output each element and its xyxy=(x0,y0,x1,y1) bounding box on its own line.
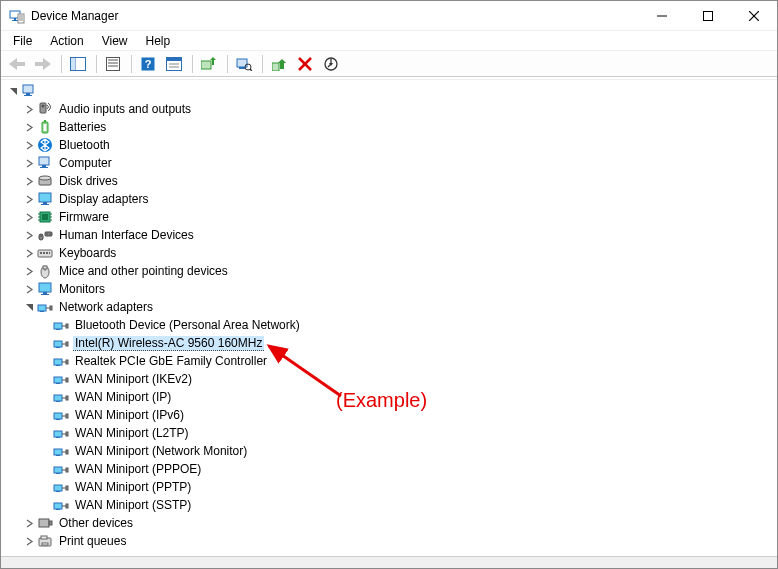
device-list-button[interactable] xyxy=(162,53,186,75)
svg-rect-8 xyxy=(704,11,713,20)
status-bar xyxy=(1,556,777,568)
svg-rect-78 xyxy=(54,323,62,329)
update-driver-button[interactable] xyxy=(197,53,221,75)
toolbar: ? xyxy=(1,51,777,77)
tree-category[interactable]: Bluetooth xyxy=(1,136,777,154)
chevron-right-icon[interactable] xyxy=(21,101,37,117)
svg-rect-64 xyxy=(40,252,42,254)
svg-rect-97 xyxy=(66,396,68,400)
chevron-right-icon[interactable] xyxy=(21,227,37,243)
chevron-down-icon[interactable] xyxy=(5,83,21,99)
svg-rect-89 xyxy=(66,360,68,364)
chevron-right-icon[interactable] xyxy=(21,263,37,279)
chevron-right-icon[interactable] xyxy=(21,245,37,261)
category-icon xyxy=(37,101,53,117)
close-button[interactable] xyxy=(731,1,777,31)
svg-rect-115 xyxy=(56,491,60,492)
category-icon xyxy=(37,263,53,279)
svg-rect-79 xyxy=(56,329,60,330)
chevron-right-icon[interactable] xyxy=(21,173,37,189)
menu-view[interactable]: View xyxy=(94,32,136,50)
svg-rect-21 xyxy=(167,58,181,61)
device-label: WAN Miniport (L2TP) xyxy=(73,426,191,440)
tree-device[interactable]: WAN Miniport (PPPOE) xyxy=(1,460,777,478)
chevron-right-icon[interactable] xyxy=(21,515,37,531)
svg-rect-34 xyxy=(26,93,30,95)
chevron-right-icon[interactable] xyxy=(21,209,37,225)
chevron-right-icon[interactable] xyxy=(21,137,37,153)
tree-device[interactable]: WAN Miniport (IKEv2) xyxy=(1,370,777,388)
chevron-down-icon[interactable] xyxy=(21,299,37,315)
maximize-button[interactable] xyxy=(685,1,731,31)
back-button[interactable] xyxy=(5,53,29,75)
tree-device[interactable]: WAN Miniport (SSTP) xyxy=(1,496,777,514)
device-label: WAN Miniport (PPPOE) xyxy=(73,462,203,476)
svg-rect-13 xyxy=(71,58,75,70)
tree-category[interactable]: Audio inputs and outputs xyxy=(1,100,777,118)
chevron-right-icon[interactable] xyxy=(21,155,37,171)
tree-device[interactable]: Intel(R) Wireless-AC 9560 160MHz xyxy=(1,334,777,352)
menu-help[interactable]: Help xyxy=(138,32,179,50)
network-adapter-icon xyxy=(53,335,69,351)
forward-button[interactable] xyxy=(31,53,55,75)
tree-device[interactable]: WAN Miniport (IPv6) xyxy=(1,406,777,424)
menu-action[interactable]: Action xyxy=(42,32,91,50)
tree-device[interactable]: Bluetooth Device (Personal Area Network) xyxy=(1,316,777,334)
tree-category[interactable]: Display adapters xyxy=(1,190,777,208)
device-label: Realtek PCIe GbE Family Controller xyxy=(73,354,269,368)
category-icon xyxy=(37,515,53,531)
svg-rect-60 xyxy=(45,232,52,236)
properties-button[interactable] xyxy=(101,53,125,75)
category-label: Computer xyxy=(57,156,114,170)
scan-hardware-button[interactable] xyxy=(232,53,256,75)
svg-rect-1 xyxy=(14,18,16,20)
network-adapter-icon xyxy=(53,317,69,333)
tree-category[interactable]: Computer xyxy=(1,154,777,172)
chevron-right-icon[interactable] xyxy=(21,533,37,549)
tree-device[interactable]: WAN Miniport (PPTP) xyxy=(1,478,777,496)
tree-category[interactable]: Disk drives xyxy=(1,172,777,190)
enable-device-button[interactable] xyxy=(267,53,291,75)
tree-category[interactable]: Monitors xyxy=(1,280,777,298)
category-icon xyxy=(37,173,53,189)
tree-category[interactable]: Other devices xyxy=(1,514,777,532)
minimize-button[interactable] xyxy=(639,1,685,31)
tree-device[interactable]: Realtek PCIe GbE Family Controller xyxy=(1,352,777,370)
tree-device[interactable]: WAN Miniport (L2TP) xyxy=(1,424,777,442)
chevron-right-icon[interactable] xyxy=(21,281,37,297)
tree-category[interactable]: Mice and other pointing devices xyxy=(1,262,777,280)
svg-rect-110 xyxy=(54,467,62,473)
svg-rect-119 xyxy=(56,509,60,510)
tree-category[interactable]: Batteries xyxy=(1,118,777,136)
tree-category[interactable]: Keyboards xyxy=(1,244,777,262)
disable-device-button[interactable] xyxy=(319,53,343,75)
svg-rect-101 xyxy=(66,414,68,418)
tree-category[interactable]: Print queues xyxy=(1,532,777,550)
category-label: Print queues xyxy=(57,534,128,548)
network-adapter-icon xyxy=(53,407,69,423)
device-tree[interactable]: Audio inputs and outputsBatteriesBluetoo… xyxy=(1,79,777,556)
svg-rect-2 xyxy=(12,20,18,21)
svg-rect-121 xyxy=(66,504,68,508)
svg-rect-126 xyxy=(42,543,48,545)
chevron-right-icon[interactable] xyxy=(21,119,37,135)
menu-bar: File Action View Help xyxy=(1,31,777,51)
tree-device[interactable]: WAN Miniport (IP) xyxy=(1,388,777,406)
tree-device[interactable]: WAN Miniport (Network Monitor) xyxy=(1,442,777,460)
show-hide-console-button[interactable] xyxy=(66,53,90,75)
svg-rect-102 xyxy=(54,431,62,437)
uninstall-device-button[interactable] xyxy=(293,53,317,75)
help-button[interactable]: ? xyxy=(136,53,160,75)
category-icon xyxy=(37,245,53,261)
svg-rect-71 xyxy=(39,283,51,292)
menu-file[interactable]: File xyxy=(5,32,40,50)
category-icon xyxy=(37,227,53,243)
category-icon xyxy=(37,119,53,135)
chevron-right-icon[interactable] xyxy=(21,191,37,207)
svg-rect-98 xyxy=(54,413,62,419)
tree-category[interactable]: Network adapters xyxy=(1,298,777,316)
tree-category[interactable]: Firmware xyxy=(1,208,777,226)
svg-rect-75 xyxy=(40,311,44,312)
tree-root[interactable] xyxy=(1,82,777,100)
tree-category[interactable]: Human Interface Devices xyxy=(1,226,777,244)
